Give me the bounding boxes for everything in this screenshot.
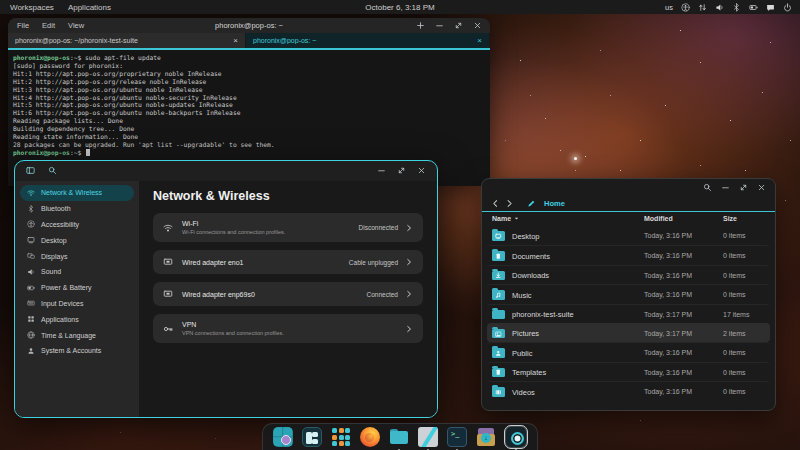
terminal-dock-icon[interactable]: >_ — [446, 426, 468, 448]
vpn-icon — [163, 324, 173, 334]
file-modified: Today, 3:16 PM — [644, 252, 692, 259]
sidebar-item-label: Accessibility — [41, 221, 79, 228]
terminal-menu-edit[interactable]: Edit — [42, 21, 55, 30]
terminal-minimize-button[interactable] — [435, 21, 444, 30]
terminal-text: Hit:5 http://apt.pop-os.org/ubuntu noble… — [13, 101, 233, 108]
file-row-pictures[interactable]: PicturesToday, 3:17 PM2 items — [487, 323, 770, 342]
accessibility-icon[interactable] — [681, 3, 690, 12]
sidebar-item-desktop[interactable]: Desktop — [20, 232, 134, 248]
files-maximize-button[interactable] — [739, 183, 748, 192]
battery-icon[interactable] — [749, 3, 758, 12]
workspaces-dock-icon[interactable] — [301, 426, 323, 448]
terminal-close-button[interactable] — [473, 21, 482, 30]
settings-card-vpn[interactable]: VPNVPN connections and connection profil… — [153, 314, 423, 343]
volume-icon[interactable] — [715, 3, 724, 12]
text-editor-dock-icon[interactable] — [417, 426, 439, 448]
card-description: Wi-Fi connections and connection profile… — [182, 229, 285, 235]
chevron-right-icon — [405, 325, 413, 333]
apps-icon — [27, 315, 35, 323]
file-row-documents[interactable]: DocumentsToday, 3:16 PM0 items — [487, 245, 770, 264]
terminal-line: Hit:4 http://apt.pop-os.org/ubuntu noble… — [13, 94, 485, 102]
app-library-dock-icon[interactable] — [330, 426, 352, 448]
files-dock-icon[interactable] — [388, 426, 410, 448]
bright-star — [574, 157, 577, 160]
forward-button[interactable] — [505, 199, 514, 208]
sidebar-item-sound[interactable]: Sound — [20, 264, 134, 280]
sidebar-item-network-wireless[interactable]: Network & Wireless — [20, 185, 134, 201]
settings-titlebar[interactable] — [15, 161, 437, 181]
sidebar-item-bluetooth[interactable]: Bluetooth — [20, 201, 134, 217]
sidebar-item-applications[interactable]: Applications — [20, 311, 134, 327]
sidebar-item-label: System & Accounts — [41, 347, 101, 354]
settings-minimize-button[interactable] — [377, 166, 386, 175]
settings-maximize-button[interactable] — [397, 166, 406, 175]
file-modified: Today, 3:16 PM — [644, 232, 692, 239]
folder-icon-pictures — [492, 329, 505, 339]
column-header-size[interactable]: Size — [723, 215, 737, 222]
file-row-public[interactable]: PublicToday, 3:16 PM0 items — [487, 342, 770, 361]
terminal-titlebar[interactable]: File Edit View phoronix@pop-os: ~ — [8, 18, 490, 33]
file-row-desktop[interactable]: DesktopToday, 3:16 PM0 items — [487, 226, 770, 245]
file-row-phoronix-test-suite[interactable]: phoronix-test-suiteToday, 3:17 PM17 item… — [487, 304, 770, 323]
files-minimize-button[interactable] — [721, 183, 730, 192]
doc-glyph-icon — [495, 253, 502, 260]
file-row-downloads[interactable]: DownloadsToday, 3:16 PM0 items — [487, 265, 770, 284]
sidebar-item-system-accounts[interactable]: System & Accounts — [20, 343, 134, 359]
terminal-text: sudo apt-file update — [81, 54, 161, 61]
terminal-tab[interactable]: phoronix@pop-os: ~× — [246, 33, 490, 48]
sidebar-item-time-language[interactable]: Time & Language — [20, 327, 134, 343]
card-text: Wired adapter eno1 — [182, 259, 243, 266]
terminal-text: Hit:1 http://apt.pop-os.org/proprietary … — [13, 70, 222, 77]
card-status-value: Cable unplugged — [349, 259, 398, 266]
back-button[interactable] — [491, 199, 500, 208]
file-row-music[interactable]: MusicToday, 3:16 PM0 items — [487, 284, 770, 303]
terminal-menu-view[interactable]: View — [68, 21, 84, 30]
settings-card-wi-fi[interactable]: Wi-FiWi-Fi connections and connection pr… — [153, 213, 423, 242]
breadcrumb-home[interactable]: Home — [544, 199, 565, 208]
language-icon — [27, 331, 35, 339]
files-titlebar[interactable] — [482, 179, 775, 196]
column-header-name[interactable]: Name — [492, 215, 520, 222]
firefox-dock-icon[interactable] — [359, 426, 381, 448]
notifications-icon[interactable] — [766, 3, 775, 12]
sidebar-item-displays[interactable]: Displays — [20, 248, 134, 264]
file-size: 0 items — [723, 291, 746, 298]
terminal-maximize-button[interactable] — [454, 21, 463, 30]
settings-close-button[interactable] — [417, 166, 426, 175]
terminal-prompt-path: :~$ — [70, 54, 81, 61]
network-icon[interactable] — [698, 3, 707, 12]
settings-dock-icon[interactable] — [504, 425, 528, 449]
files-column-headers: Name Modified Size — [482, 212, 775, 226]
card-title: Wi-Fi — [182, 220, 285, 227]
terminal-tab[interactable]: phoronix@pop-os: ~/phoronix-test-suite× — [8, 33, 246, 48]
bluetooth-icon[interactable] — [732, 3, 741, 12]
settings-search-button[interactable] — [48, 166, 57, 175]
sidebar-toggle-icon[interactable] — [26, 166, 35, 175]
file-modified: Today, 3:16 PM — [644, 272, 692, 279]
pop-shop-dock-icon[interactable]: ↓ — [475, 426, 497, 448]
file-row-templates[interactable]: TemplatesToday, 3:16 PM0 items — [487, 362, 770, 381]
files-search-button[interactable] — [703, 183, 712, 192]
terminal-menu-file[interactable]: File — [17, 21, 29, 30]
file-name: Music — [512, 291, 532, 300]
tab-close-icon[interactable]: × — [233, 37, 238, 45]
file-row-videos[interactable]: VideosToday, 3:16 PM0 items — [487, 381, 770, 400]
terminal-line: Reading package lists... Done — [13, 117, 485, 125]
edit-path-icon[interactable] — [527, 199, 536, 208]
files-close-button[interactable] — [757, 183, 766, 192]
settings-card-wired-adapter-eno1[interactable]: Wired adapter eno1Cable unplugged — [153, 250, 423, 274]
settings-card-wired-adapter-enp69s0[interactable]: Wired adapter enp69s0Connected — [153, 282, 423, 306]
film-glyph-icon — [495, 389, 502, 396]
card-title: VPN — [182, 321, 284, 328]
sidebar-item-input-devices[interactable]: Input Devices — [20, 296, 134, 312]
tab-close-icon[interactable]: × — [477, 37, 482, 45]
terminal-new-tab-button[interactable] — [416, 21, 425, 30]
terminal-output[interactable]: phoronix@pop-os:~$ sudo apt-file update[… — [8, 50, 490, 161]
sidebar-item-accessibility[interactable]: Accessibility — [20, 217, 134, 233]
launcher-dock-icon[interactable] — [272, 426, 294, 448]
sidebar-item-power-battery[interactable]: Power & Battery — [20, 280, 134, 296]
column-header-modified[interactable]: Modified — [644, 215, 673, 222]
keyboard-layout-indicator[interactable]: us — [665, 3, 673, 12]
chevron-right-icon — [405, 290, 413, 298]
power-icon[interactable] — [783, 3, 792, 12]
